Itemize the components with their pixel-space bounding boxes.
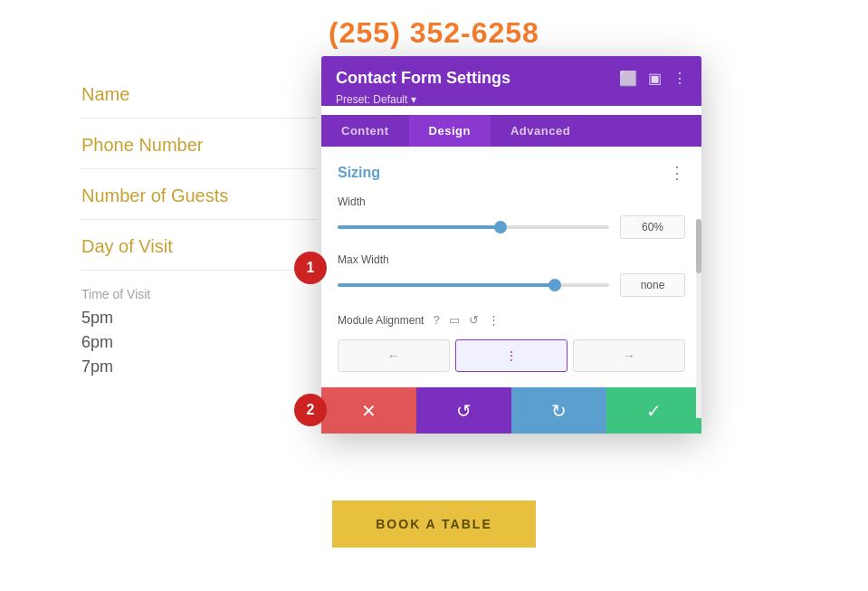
field-phone: Phone Number [81, 119, 317, 169]
align-left-button[interactable]: ← [338, 339, 450, 372]
panel-header: Contact Form Settings ⬜ ▣ ⋮ Preset: Defa… [321, 56, 701, 106]
alignment-icons: ? ▭ ↺ ⋮ [431, 311, 501, 329]
panel: Contact Form Settings ⬜ ▣ ⋮ Preset: Defa… [321, 56, 701, 434]
width-input[interactable] [620, 215, 685, 239]
action-bar: ✕ ↺ ↻ ✓ [321, 386, 701, 434]
book-table-button[interactable]: BOOK A TABLE [332, 500, 535, 548]
scroll-thumb[interactable] [696, 219, 701, 273]
panel-title: Contact Form Settings [336, 69, 510, 88]
max-width-slider-fill [338, 283, 555, 287]
max-width-slider-row [338, 273, 685, 297]
expand-icon[interactable]: ⬜ [619, 70, 637, 87]
panel-body: Sizing ⋮ Width Max Width [321, 147, 701, 372]
max-width-input[interactable] [620, 273, 685, 297]
time-5pm: 5pm [81, 309, 113, 328]
more-icon[interactable]: ⋮ [672, 70, 687, 87]
max-width-label: Max Width [338, 253, 685, 266]
preset-chevron-icon: ▾ [411, 93, 416, 106]
section-menu-icon[interactable]: ⋮ [669, 163, 685, 183]
align-right-icon: → [623, 348, 635, 363]
scroll-bar [696, 219, 701, 418]
mobile-icon[interactable]: ▭ [447, 311, 462, 329]
help-icon[interactable]: ? [431, 311, 441, 329]
section-header: Sizing ⋮ [338, 163, 685, 183]
section-title: Sizing [338, 165, 380, 181]
confirm-button[interactable]: ✓ [606, 387, 701, 434]
max-width-slider-thumb[interactable] [548, 279, 561, 291]
cancel-button[interactable]: ✕ [321, 387, 416, 434]
tab-design[interactable]: Design [409, 115, 491, 147]
redo-button[interactable]: ↻ [511, 387, 606, 434]
width-label: Width [338, 195, 685, 208]
max-width-slider[interactable] [338, 283, 609, 287]
panel-preset[interactable]: Preset: Default ▾ [336, 93, 687, 106]
time-6pm: 6pm [81, 333, 113, 352]
tab-advanced[interactable]: Advanced [491, 115, 590, 147]
align-right-button[interactable]: → [573, 339, 685, 372]
module-alignment-row: Module Alignment ? ▭ ↺ ⋮ [338, 311, 685, 329]
field-guests: Number of Guests [81, 169, 317, 220]
phone-number: (255) 352-6258 [329, 16, 539, 50]
align-center-icon: ⋮ [505, 348, 518, 363]
max-width-field: Max Width [338, 253, 685, 297]
width-slider[interactable] [338, 225, 609, 229]
book-section: BOOK A TABLE [0, 491, 868, 548]
module-alignment-label: Module Alignment [338, 314, 424, 327]
width-field: Width [338, 195, 685, 239]
align-left-icon: ← [387, 348, 400, 363]
time-7pm: 7pm [81, 357, 113, 377]
panel-tabs: Content Design Advanced [321, 115, 701, 147]
step-badge-2: 2 [294, 394, 327, 426]
undo-button[interactable]: ↺ [416, 387, 511, 434]
panel-icons: ⬜ ▣ ⋮ [619, 70, 687, 87]
reset-icon[interactable]: ↺ [467, 311, 481, 329]
layout-icon[interactable]: ▣ [648, 70, 662, 87]
align-center-button[interactable]: ⋮ [455, 339, 568, 372]
tab-content[interactable]: Content [321, 115, 409, 147]
width-slider-thumb[interactable] [494, 221, 507, 234]
time-of-visit-label: Time of Visit [81, 287, 150, 301]
step-badge-1: 1 [294, 252, 327, 284]
width-slider-fill [338, 225, 501, 229]
field-name: Name [81, 68, 317, 119]
width-slider-row [338, 215, 685, 239]
alignment-more-icon[interactable]: ⋮ [486, 311, 501, 329]
field-day: Day of Visit [81, 220, 317, 271]
alignment-buttons: ← ⋮ → [338, 339, 685, 372]
panel-title-row: Contact Form Settings ⬜ ▣ ⋮ [336, 69, 687, 88]
